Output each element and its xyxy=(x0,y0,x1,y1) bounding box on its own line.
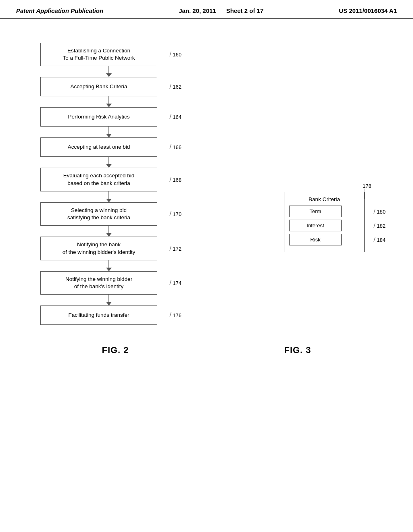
header-right: US 2011/0016034 A1 xyxy=(339,7,397,14)
flow-connector-7 xyxy=(50,295,167,305)
flow-connector-1 xyxy=(50,96,167,107)
flow-connector-4 xyxy=(50,191,167,202)
flow-number-node-162: / 162 xyxy=(169,83,181,90)
flow-item-node-172: Notifying the bankof the winning bidder'… xyxy=(40,237,177,260)
criteria-box-term: Term xyxy=(289,206,342,217)
header: Patent Application Publication Jan. 20, … xyxy=(0,0,413,19)
flow-box-node-172: Notifying the bankof the winning bidder'… xyxy=(40,237,157,260)
fig2-area: Establishing a ConnectionTo a Full-Time … xyxy=(12,35,272,325)
flow-item-node-164: Performing Risk Analytics/ 164 xyxy=(40,107,177,127)
page: Patent Application Publication Jan. 20, … xyxy=(0,0,413,364)
flow-connector-3 xyxy=(50,157,167,168)
criteria-number-1: / 182 xyxy=(373,222,386,229)
bank-criteria-box: Bank Criteria Term/ 180Interest/ 182Risk… xyxy=(284,192,365,252)
fig3-area: 178 Bank Criteria Term/ 180Interest/ 182… xyxy=(272,35,401,325)
fig3-bracket-line xyxy=(365,189,365,199)
header-date: Jan. 20, 2011 xyxy=(179,7,216,14)
flow-number-node-166: / 166 xyxy=(169,143,181,151)
flow-item-node-168: Evaluating each accepted bidbased on the… xyxy=(40,168,177,191)
flow-connector-5 xyxy=(50,226,167,237)
fig2-caption: FIG. 2 xyxy=(102,345,129,355)
fig3-caption: FIG. 3 xyxy=(284,345,311,355)
fig2-flow: Establishing a ConnectionTo a Full-Time … xyxy=(40,43,177,325)
header-left: Patent Application Publication xyxy=(16,7,103,14)
header-center: Jan. 20, 2011 Sheet 2 of 17 xyxy=(179,7,263,14)
flow-item-node-176: Facilitating funds transfer/ 176 xyxy=(40,305,177,325)
fig3-container: 178 Bank Criteria Term/ 180Interest/ 182… xyxy=(284,180,377,252)
flow-box-node-162: Accepting Bank Criteria xyxy=(40,77,157,96)
flow-number-node-172: / 172 xyxy=(169,245,181,252)
flow-connector-0 xyxy=(50,66,167,77)
flow-item-node-170: Selecting a winning bidsatisfying the ba… xyxy=(40,202,177,226)
flow-connector-6 xyxy=(50,260,167,271)
flow-item-node-160: Establishing a ConnectionTo a Full-Time … xyxy=(40,43,177,66)
bank-criteria-title: Bank Criteria xyxy=(289,196,359,202)
flow-item-node-162: Accepting Bank Criteria/ 162 xyxy=(40,77,177,96)
flow-box-node-160: Establishing a ConnectionTo a Full-Time … xyxy=(40,43,157,66)
flow-connector-2 xyxy=(50,127,167,137)
flow-box-node-164: Performing Risk Analytics xyxy=(40,107,157,127)
flow-number-node-164: / 164 xyxy=(169,113,181,121)
flow-box-node-168: Evaluating each accepted bidbased on the… xyxy=(40,168,157,191)
flow-box-node-176: Facilitating funds transfer xyxy=(40,305,157,325)
flow-box-node-170: Selecting a winning bidsatisfying the ba… xyxy=(40,202,157,226)
criteria-number-2: / 184 xyxy=(373,236,386,243)
criteria-item-1: Interest/ 182 xyxy=(289,220,359,231)
flow-number-node-168: / 168 xyxy=(169,176,181,183)
flow-item-node-174: Notifying the winning bidderof the bank'… xyxy=(40,271,177,295)
criteria-number-0: / 180 xyxy=(373,208,386,215)
criteria-box-risk: Risk xyxy=(289,234,342,245)
flow-box-node-174: Notifying the winning bidderof the bank'… xyxy=(40,271,157,295)
flow-box-node-166: Accepting at least one bid xyxy=(40,137,157,157)
criteria-items-container: Term/ 180Interest/ 182Risk/ 184 xyxy=(289,206,359,245)
header-sheet: Sheet 2 of 17 xyxy=(226,7,264,14)
flow-item-node-166: Accepting at least one bid/ 166 xyxy=(40,137,177,157)
criteria-box-interest: Interest xyxy=(289,220,342,231)
flow-number-node-174: / 174 xyxy=(169,279,181,287)
flow-number-node-160: / 160 xyxy=(169,51,181,58)
figures-row: FIG. 2 FIG. 3 xyxy=(0,337,413,364)
fig3-outer-label: 178 xyxy=(363,183,371,189)
criteria-item-2: Risk/ 184 xyxy=(289,234,359,245)
criteria-item-0: Term/ 180 xyxy=(289,206,359,217)
flow-number-node-170: / 170 xyxy=(169,210,181,218)
content-area: Establishing a ConnectionTo a Full-Time … xyxy=(0,19,413,333)
flow-number-node-176: / 176 xyxy=(169,312,181,319)
